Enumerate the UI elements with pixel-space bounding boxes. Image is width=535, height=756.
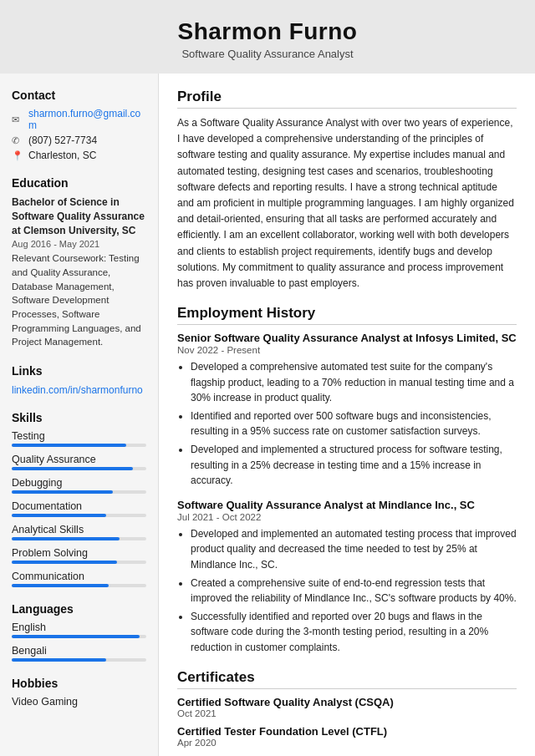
links-title: Links [12, 364, 146, 378]
phone-item: ✆ (807) 527-7734 [12, 134, 146, 146]
job-bullet: Successfully identified and reported ove… [191, 609, 517, 656]
skill-bar-fill [12, 537, 120, 540]
cert-item: Certified Software Quality Analyst (CSQA… [177, 696, 517, 718]
job-dates: Jul 2021 - Oct 2022 [177, 512, 517, 522]
skills-title: Skills [12, 411, 146, 424]
language-item: English [12, 622, 146, 638]
skill-bar-bg [12, 537, 146, 540]
profile-title: Profile [177, 89, 517, 109]
languages-title: Languages [12, 602, 146, 616]
skill-label: Debugging [12, 477, 146, 489]
job-bullet: Developed a comprehensive automated test… [191, 359, 517, 406]
location-item: 📍 Charleston, SC [12, 150, 146, 161]
body: Contact ✉ sharmon.furno@gmail.com ✆ (807… [0, 74, 535, 756]
job-bullet: Developed and implemented a structured p… [191, 442, 517, 489]
job-title: Senior Software Quality Assurance Analys… [177, 332, 517, 344]
language-bar-fill [12, 635, 140, 638]
skill-bar-fill [12, 514, 106, 517]
job-bullet: Identified and reported over 500 softwar… [191, 408, 517, 439]
hobbies-text: Video Gaming [12, 696, 146, 708]
languages-list: English Bengali [12, 622, 146, 662]
skill-label: Testing [12, 430, 146, 442]
skill-bar-fill [12, 444, 126, 447]
skill-bar-fill [12, 584, 109, 587]
cert-item: Certified Tester Foundation Level (CTFL)… [177, 725, 517, 748]
skills-list: Testing Quality Assurance Debugging Docu… [12, 430, 146, 587]
language-bar-bg [12, 658, 146, 662]
skill-label: Quality Assurance [12, 454, 146, 465]
skill-item: Quality Assurance [12, 454, 146, 470]
skill-bar-bg [12, 561, 146, 564]
candidate-name: Sharmon Furno [8, 18, 527, 45]
language-label: English [12, 622, 146, 633]
profile-text: As a Software Quality Assurance Analyst … [177, 115, 517, 292]
education-section: Education Bachelor of Science in Softwar… [12, 176, 146, 349]
job-title: Software Quality Assurance Analyst at Mi… [177, 499, 517, 511]
job-dates: Nov 2022 - Present [177, 345, 517, 355]
skill-label: Communication [12, 571, 146, 582]
skill-bar-fill [12, 467, 133, 470]
profile-section: Profile As a Software Quality Assurance … [177, 89, 517, 292]
skill-item: Communication [12, 571, 146, 587]
job-bullet: Created a comprehensive suite of end-to-… [191, 576, 517, 606]
header: Sharmon Furno Software Quality Assurance… [0, 0, 535, 74]
phone-text: (807) 527-7734 [28, 134, 97, 146]
hobbies-title: Hobbies [12, 677, 146, 690]
skill-bar-fill [12, 561, 117, 564]
job-item: Software Quality Assurance Analyst at Mi… [177, 499, 517, 656]
skill-label: Documentation [12, 500, 146, 512]
education-title: Education [12, 176, 146, 190]
employment-section: Employment History Senior Software Quali… [177, 305, 517, 656]
location-text: Charleston, SC [28, 150, 96, 161]
job-bullets: Developed and implemented an automated t… [177, 526, 517, 656]
email-icon: ✉ [12, 114, 23, 125]
sidebar: Contact ✉ sharmon.furno@gmail.com ✆ (807… [0, 74, 159, 756]
resume-page: Sharmon Furno Software Quality Assurance… [0, 0, 535, 756]
language-bar-fill [12, 658, 106, 662]
skill-bar-fill [12, 490, 113, 494]
employment-title: Employment History [177, 305, 517, 325]
email-link[interactable]: sharmon.furno@gmail.com [28, 108, 146, 131]
education-coursework: Relevant Coursework: Testing and Quality… [12, 251, 146, 349]
certs-list: Certified Software Quality Analyst (CSQA… [177, 696, 517, 748]
education-dates: Aug 2016 - May 2021 [12, 239, 146, 249]
skill-bar-bg [12, 584, 146, 587]
jobs-list: Senior Software Quality Assurance Analys… [177, 332, 517, 656]
contact-section: Contact ✉ sharmon.furno@gmail.com ✆ (807… [12, 89, 146, 161]
cert-name: Certified Tester Foundation Level (CTFL) [177, 725, 517, 738]
linkedin-link[interactable]: linkedin.com/in/sharmonfurno [12, 384, 143, 396]
cert-name: Certified Software Quality Analyst (CSQA… [177, 696, 517, 708]
skill-bar-bg [12, 514, 146, 517]
skill-item: Problem Solving [12, 547, 146, 564]
skill-item: Documentation [12, 500, 146, 517]
language-label: Bengali [12, 645, 146, 657]
language-item: Bengali [12, 645, 146, 662]
candidate-title: Software Quality Assurance Analyst [8, 48, 527, 60]
languages-section: Languages English Bengali [12, 602, 146, 662]
main-content: Profile As a Software Quality Assurance … [159, 74, 535, 756]
email-item: ✉ sharmon.furno@gmail.com [12, 108, 146, 131]
skill-item: Analytical Skills [12, 524, 146, 540]
education-degree: Bachelor of Science in Software Quality … [12, 195, 146, 237]
hobbies-section: Hobbies Video Gaming [12, 677, 146, 708]
skill-bar-bg [12, 467, 146, 470]
cert-date: Oct 2021 [177, 708, 517, 718]
cert-date: Apr 2020 [177, 738, 517, 748]
skill-bar-bg [12, 490, 146, 494]
skill-label: Problem Solving [12, 547, 146, 559]
skill-bar-bg [12, 444, 146, 447]
skill-label: Analytical Skills [12, 524, 146, 535]
links-section: Links linkedin.com/in/sharmonfurno [12, 364, 146, 396]
skills-section: Skills Testing Quality Assurance Debuggi… [12, 411, 146, 587]
certificates-title: Certificates [177, 669, 517, 689]
skill-item: Debugging [12, 477, 146, 494]
skill-item: Testing [12, 430, 146, 447]
phone-icon: ✆ [12, 135, 23, 146]
job-bullets: Developed a comprehensive automated test… [177, 359, 517, 489]
job-bullet: Developed and implemented an automated t… [191, 526, 517, 573]
certificates-section: Certificates Certified Software Quality … [177, 669, 517, 748]
location-icon: 📍 [12, 150, 23, 161]
contact-title: Contact [12, 89, 146, 102]
job-item: Senior Software Quality Assurance Analys… [177, 332, 517, 489]
language-bar-bg [12, 635, 146, 638]
